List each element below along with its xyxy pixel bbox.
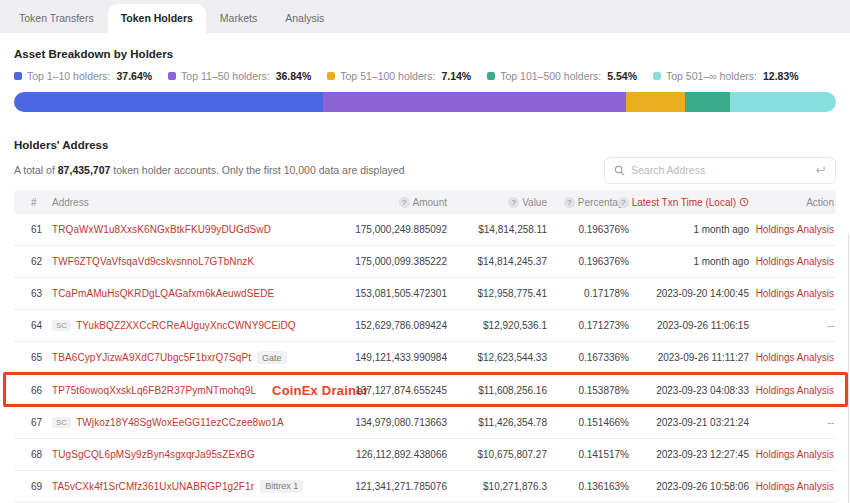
holder-value: $10,675,807.27 xyxy=(447,449,547,460)
search-address-box[interactable] xyxy=(604,157,836,184)
holdings-analysis-link[interactable]: Holdings Analysis xyxy=(749,385,836,396)
holder-amount: 152,629,786.089424 xyxy=(282,320,447,331)
header-latest-txn-time-label: Latest Txn Time (Local) xyxy=(632,197,736,208)
holders-distribution-bar-segment xyxy=(323,92,626,112)
holders-distribution-bar xyxy=(14,92,836,112)
latest-txn-time: 1 month ago xyxy=(629,256,749,267)
legend-value: 36.84% xyxy=(276,70,312,82)
holder-address-link[interactable]: TCaPmAMuHsQKRDgLQAGafxm6kAeuwdSEDE xyxy=(52,288,274,299)
holdings-analysis-link[interactable]: Holdings Analysis xyxy=(749,352,836,363)
holder-amount: 126,112,892.438066 xyxy=(282,449,447,460)
holders-distribution-bar-segment xyxy=(626,92,685,112)
holder-percentage: 0.196376% xyxy=(547,256,629,267)
legend-item: Top 51–100 holders: 7.14% xyxy=(327,70,471,82)
holders-table: # Address ? Amount ? Value ? Percentage … xyxy=(14,190,836,503)
table-row: 65 TBA6CypYJizwA9XdC7Ubgc5F1bxrQ7SqPt Ga… xyxy=(14,342,836,374)
table-header: # Address ? Amount ? Value ? Percentage … xyxy=(14,190,836,214)
latest-txn-time: 2023-09-21 03:21:24 xyxy=(629,417,749,428)
holder-amount: 121,341,271.785076 xyxy=(282,481,447,492)
table-row: 69 TA5vCXk4f1SrCMfz361UxUNABRGP1g2F1r Bi… xyxy=(14,471,836,503)
holders-address-title: Holders' Address xyxy=(14,139,836,151)
clock-icon xyxy=(739,197,749,207)
tab-analysis[interactable]: Analysis xyxy=(271,4,338,33)
latest-txn-time: 2023-09-26 11:11:27 xyxy=(629,352,749,363)
header-value[interactable]: ? Value xyxy=(447,197,547,208)
header-latest-txn-time[interactable]: ? Latest Txn Time (Local) xyxy=(629,197,749,208)
legend-color-swatch xyxy=(487,72,495,80)
help-icon[interactable]: ? xyxy=(399,197,410,208)
holder-address-cell: TA5vCXk4f1SrCMfz361UxUNABRGP1g2F1r Bittr… xyxy=(52,480,282,493)
legend-item: Top 501–∞ holders: 12.83% xyxy=(653,70,799,82)
holder-address-link[interactable]: TWjkoz18Y48SgWoxEeGG11ezCCzee8wo1A xyxy=(76,417,284,428)
holder-value: $14,814,258.11 xyxy=(447,224,547,235)
no-action: -- xyxy=(749,417,836,428)
table-row: 63 TCaPmAMuHsQKRDgLQAGafxm6kAeuwdSEDE 15… xyxy=(14,278,836,310)
search-address-input[interactable] xyxy=(631,164,807,176)
holder-rank: 63 xyxy=(14,288,52,299)
tab-label: Markets xyxy=(220,12,257,24)
legend-value: 7.14% xyxy=(441,70,471,82)
latest-txn-time: 2023-09-20 14:00:45 xyxy=(629,288,749,299)
header-address[interactable]: Address xyxy=(52,197,282,208)
tab-token-transfers[interactable]: Token Transfers xyxy=(5,4,108,33)
holder-percentage: 0.167336% xyxy=(547,352,629,363)
holder-address-link[interactable]: TRQaWxW1u8XxsK6NGxBtkFKU99yDUGdSwD xyxy=(52,224,271,235)
holdings-analysis-link[interactable]: Holdings Analysis xyxy=(749,224,836,235)
holder-address-link[interactable]: TYukBQZ2XXCcRCReAUguyXncCWNY9CEiDQ xyxy=(76,320,296,331)
holder-rank: 62 xyxy=(14,256,52,267)
holder-amount: 175,000,099.385222 xyxy=(282,256,447,267)
holder-value: $11,608,256.16 xyxy=(447,385,547,396)
holder-address-cell: SC TWjkoz18Y48SgWoxEeGG11ezCCzee8wo1A xyxy=(52,417,282,428)
holder-address-link[interactable]: TBA6CypYJizwA9XdC7Ubgc5F1bxrQ7SqPt xyxy=(52,352,251,363)
holders-distribution-bar-segment xyxy=(730,92,835,112)
table-row: 61 TRQaWxW1u8XxsK6NGxBtkFKU99yDUGdSwD 17… xyxy=(14,214,836,246)
header-amount[interactable]: ? Amount xyxy=(282,197,447,208)
legend-value: 5.54% xyxy=(607,70,637,82)
holder-percentage: 0.141517% xyxy=(547,449,629,460)
holder-amount: 153,081,505.472301 xyxy=(282,288,447,299)
help-icon[interactable]: ? xyxy=(508,197,519,208)
help-icon[interactable]: ? xyxy=(564,197,575,208)
holder-address-link[interactable]: TA5vCXk4f1SrCMfz361UxUNABRGP1g2F1r xyxy=(52,481,254,492)
header-amount-label: Amount xyxy=(413,197,447,208)
holder-address-cell: TRQaWxW1u8XxsK6NGxBtkFKU99yDUGdSwD xyxy=(52,224,282,235)
no-action: -- xyxy=(749,320,836,331)
latest-txn-time: 2023-09-26 10:58:06 xyxy=(629,481,749,492)
holder-rank: 65 xyxy=(14,352,52,363)
holder-percentage: 0.153878% xyxy=(547,385,629,396)
summary-total: 87,435,707 xyxy=(58,164,111,176)
holdings-analysis-link[interactable]: Holdings Analysis xyxy=(749,288,836,299)
holder-address-cell: TUgSgCQL6pMSy9zByn4sgxqrJa95sZExBG xyxy=(52,449,282,460)
enter-icon[interactable] xyxy=(813,165,826,176)
holder-amount: 175,000,249.885092 xyxy=(282,224,447,235)
smart-contract-badge: SC xyxy=(52,417,71,428)
tab-label: Token Holders xyxy=(121,12,193,24)
holdings-analysis-link[interactable]: Holdings Analysis xyxy=(749,256,836,267)
tab-markets[interactable]: Markets xyxy=(206,4,271,33)
holder-amount: 137,127,874.655245 xyxy=(282,385,447,396)
header-action: Action xyxy=(749,197,836,208)
help-icon[interactable]: ? xyxy=(618,197,629,208)
summary-suffix: token holder accounts. Only the first 10… xyxy=(110,164,404,176)
holdings-analysis-link[interactable]: Holdings Analysis xyxy=(749,449,836,460)
header-percentage[interactable]: ? Percentage xyxy=(547,197,629,208)
table-row: 68 TUgSgCQL6pMSy9zByn4sgxqrJa95sZExBG 12… xyxy=(14,439,836,471)
holders-distribution-bar-segment xyxy=(685,92,731,112)
summary-row: A total of 87,435,707 token holder accou… xyxy=(14,156,836,184)
legend-label: Top 501–∞ holders: xyxy=(666,70,757,82)
holder-address-link[interactable]: TWF6ZTQVaVfsqaVd9cskvsnnoL7GTbNnzK xyxy=(52,256,254,267)
legend-label: Top 101–500 holders: xyxy=(500,70,601,82)
holdings-analysis-link[interactable]: Holdings Analysis xyxy=(749,481,836,492)
holder-address-cell: TBA6CypYJizwA9XdC7Ubgc5F1bxrQ7SqPt Gate xyxy=(52,351,282,364)
holder-address-link[interactable]: TUgSgCQL6pMSy9zByn4sgxqrJa95sZExBG xyxy=(52,449,255,460)
token-holders-panel: Asset Breakdown by Holders Top 1–10 hold… xyxy=(0,48,850,503)
asset-breakdown-title: Asset Breakdown by Holders xyxy=(14,48,836,60)
holder-address-link[interactable]: TP75t6owoqXxskLq6FB2R37PymNTmohq9L xyxy=(52,385,256,396)
summary-prefix: A total of xyxy=(14,164,58,176)
tab-token-holders[interactable]: Token Holders xyxy=(108,4,206,33)
header-rank[interactable]: # xyxy=(14,197,52,208)
legend-color-swatch xyxy=(327,72,335,80)
holder-value: $11,426,354.78 xyxy=(447,417,547,428)
holder-value: $14,814,245.37 xyxy=(447,256,547,267)
table-row: 67 SC TWjkoz18Y48SgWoxEeGG11ezCCzee8wo1A… xyxy=(14,407,836,439)
